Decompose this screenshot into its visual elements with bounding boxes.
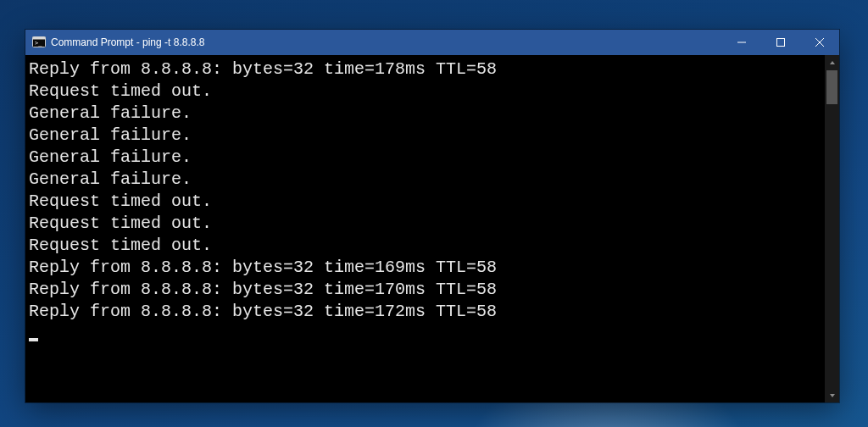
window-client-area: Reply from 8.8.8.8: bytes=32 time=178ms … <box>25 55 839 402</box>
minimize-button[interactable] <box>722 30 761 55</box>
maximize-button[interactable] <box>761 30 800 55</box>
scroll-thumb[interactable] <box>826 70 837 104</box>
window-controls <box>722 30 839 55</box>
svg-marker-7 <box>830 61 835 64</box>
svg-text:>_: >_ <box>35 40 42 47</box>
svg-marker-8 <box>830 394 835 397</box>
window-title: Command Prompt - ping -t 8.8.8.8 <box>51 36 204 48</box>
vertical-scrollbar[interactable] <box>825 55 839 402</box>
svg-rect-4 <box>777 39 785 47</box>
terminal-lines: Reply from 8.8.8.8: bytes=32 time=178ms … <box>29 59 497 321</box>
scroll-up-button[interactable] <box>825 55 839 69</box>
close-button[interactable] <box>800 30 839 55</box>
terminal-output[interactable]: Reply from 8.8.8.8: bytes=32 time=178ms … <box>25 55 825 402</box>
titlebar[interactable]: >_ Command Prompt - ping -t 8.8.8.8 <box>25 30 839 55</box>
scroll-down-button[interactable] <box>825 388 839 402</box>
command-prompt-window: >_ Command Prompt - ping -t 8.8.8.8 <box>25 30 839 402</box>
terminal-cursor <box>29 338 38 341</box>
desktop-background: >_ Command Prompt - ping -t 8.8.8.8 <box>0 0 868 427</box>
command-prompt-icon: >_ <box>32 36 46 49</box>
svg-rect-3 <box>737 42 746 43</box>
